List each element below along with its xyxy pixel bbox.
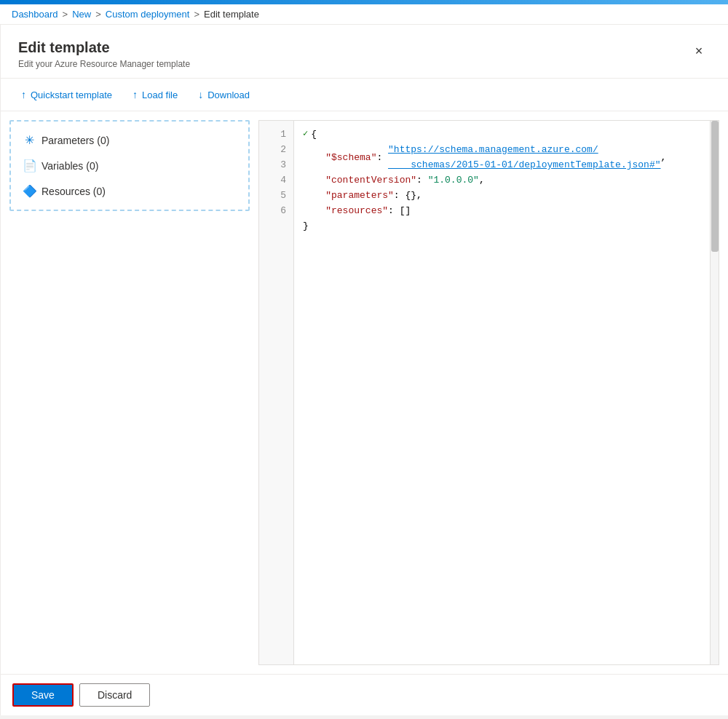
code-line-5: "resources" : [] xyxy=(303,203,704,218)
line3-indent xyxy=(303,172,325,188)
load-file-icon xyxy=(132,89,138,100)
code-line-6: } xyxy=(303,218,704,234)
breadcrumb-custom-deployment[interactable]: Custom deployment xyxy=(106,9,190,20)
params-icon: ✳ xyxy=(23,133,36,147)
load-file-button[interactable]: Load file xyxy=(124,84,186,105)
line-num-6: 6 xyxy=(259,203,293,218)
code-editor-area: 1 2 3 4 5 6 ✓ { "$schema" : xyxy=(258,120,719,665)
breadcrumb: Dashboard > New > Custom deployment > Ed… xyxy=(0,4,728,25)
line-num-5: 5 xyxy=(259,188,293,203)
left-panel-tree: ✳ Parameters (0) 📄 Variables (0) 🔷 Resou… xyxy=(9,120,250,211)
panel-header-text: Edit template Edit your Azure Resource M… xyxy=(18,39,190,69)
breadcrumb-current: Edit template xyxy=(204,9,259,20)
line4-indent xyxy=(303,188,325,203)
tree-item-parameters[interactable]: ✳ Parameters (0) xyxy=(11,127,248,153)
line4-value: {} xyxy=(405,188,416,203)
line5-indent xyxy=(303,203,325,218)
close-button[interactable]: × xyxy=(687,39,711,63)
quickstart-label: Quickstart template xyxy=(31,90,112,100)
code-line-4: "parameters" : {} , xyxy=(303,188,704,203)
edit-template-panel: Edit template Edit your Azure Resource M… xyxy=(0,25,728,715)
code-line-2: "$schema" : "https://schema.management.a… xyxy=(303,142,704,172)
download-button[interactable]: Download xyxy=(189,84,258,105)
line4-comma: , xyxy=(416,188,422,203)
load-file-label: Load file xyxy=(142,90,178,100)
code-brace-open: { xyxy=(311,127,317,142)
editor-scrollbar[interactable] xyxy=(710,121,719,664)
tree-item-variables[interactable]: 📄 Variables (0) xyxy=(11,153,248,178)
line3-value: "1.0.0.0" xyxy=(428,172,479,188)
panel-title: Edit template xyxy=(18,39,190,56)
check-icon: ✓ xyxy=(303,127,308,142)
code-editor[interactable]: 1 2 3 4 5 6 ✓ { "$schema" : xyxy=(259,121,719,664)
download-label: Download xyxy=(207,90,250,100)
panel-subtitle: Edit your Azure Resource Manager templat… xyxy=(18,59,190,69)
line5-value: [] xyxy=(400,203,411,218)
breadcrumb-sep-1: > xyxy=(63,9,68,20)
line5-key: "resources" xyxy=(325,203,388,218)
line4-colon: : xyxy=(394,188,405,203)
quickstart-icon xyxy=(21,89,26,100)
toolbar: Quickstart template Load file Download xyxy=(1,79,728,111)
line5-colon: : xyxy=(388,203,400,218)
footer: Save Discard xyxy=(1,674,728,715)
line2-indent xyxy=(303,150,325,165)
line3-key: "contentVersion" xyxy=(325,172,416,188)
line2-url[interactable]: "https://schema.management.azure.com/ sc… xyxy=(388,142,660,172)
content-area: ✳ Parameters (0) 📄 Variables (0) 🔷 Resou… xyxy=(1,111,728,674)
line-numbers: 1 2 3 4 5 6 xyxy=(259,121,294,664)
breadcrumb-dashboard[interactable]: Dashboard xyxy=(12,9,58,20)
vars-icon: 📄 xyxy=(23,159,36,172)
line3-colon: : xyxy=(416,172,428,188)
discard-button[interactable]: Discard xyxy=(79,683,150,707)
vars-label: Variables (0) xyxy=(41,160,98,172)
line4-key: "parameters" xyxy=(325,188,394,203)
resources-icon: 🔷 xyxy=(23,184,36,198)
scrollbar-thumb[interactable] xyxy=(711,121,719,252)
line-num-4: 4 xyxy=(259,172,293,188)
breadcrumb-new[interactable]: New xyxy=(72,9,91,20)
line-num-1: 1 xyxy=(259,127,293,142)
params-label: Parameters (0) xyxy=(41,135,109,146)
line3-comma: , xyxy=(479,172,485,188)
code-brace-close: } xyxy=(303,218,309,234)
line-num-2: 2 xyxy=(259,142,293,157)
line-num-3: 3 xyxy=(259,157,293,172)
resources-label: Resources (0) xyxy=(41,186,106,197)
line2-key: "$schema" xyxy=(325,150,376,165)
panel-header: Edit template Edit your Azure Resource M… xyxy=(1,25,728,79)
save-button[interactable]: Save xyxy=(12,683,74,707)
line2-colon: : xyxy=(376,150,388,165)
tree-item-resources[interactable]: 🔷 Resources (0) xyxy=(11,178,248,204)
code-line-3: "contentVersion" : "1.0.0.0" , xyxy=(303,172,704,188)
line2-comma: , xyxy=(661,150,667,165)
download-icon xyxy=(198,89,203,100)
code-content[interactable]: ✓ { "$schema" : "https://schema.manageme… xyxy=(294,121,710,664)
quickstart-template-button[interactable]: Quickstart template xyxy=(12,84,121,105)
breadcrumb-sep-3: > xyxy=(194,9,199,20)
breadcrumb-sep-2: > xyxy=(95,9,101,20)
code-line-1: ✓ { xyxy=(303,127,704,142)
